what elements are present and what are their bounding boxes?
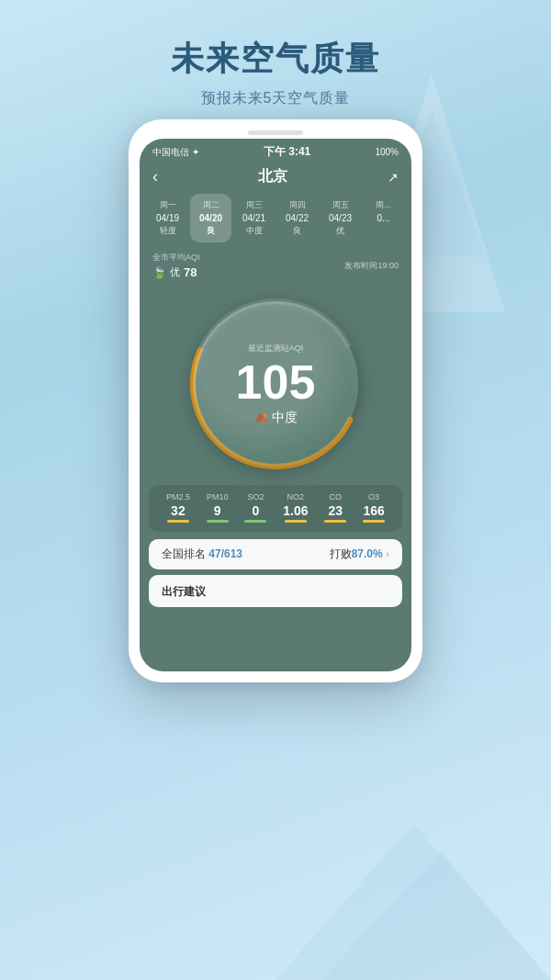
- pollutant-value: 166: [363, 503, 384, 518]
- suggest-row: 出行建议: [149, 575, 402, 607]
- rank-number: 47/613: [208, 547, 242, 560]
- gauge-quality: 🍂 中度: [254, 410, 298, 426]
- ranking-row[interactable]: 全国排名 47/613 打败87.0% ›: [149, 539, 402, 569]
- weekday-label: 周二: [192, 199, 230, 211]
- pollutant-value: 32: [171, 503, 186, 518]
- date-label: 04/20: [192, 213, 230, 223]
- defeat-percent: 87.0%: [352, 547, 383, 560]
- pollutant-value: 1.06: [283, 503, 308, 518]
- pollutants-row: PM2.5 32 PM10 9 SO2 0 NO2 1.06: [149, 485, 402, 532]
- quality-label: 中度: [235, 225, 273, 237]
- gauge-number: 105: [236, 358, 316, 406]
- gauge-quality-text: 中度: [272, 410, 298, 426]
- aqi-value: 🍃 优 78: [152, 265, 200, 279]
- battery-text: 100%: [375, 147, 399, 157]
- weekday-label: 周...: [365, 199, 402, 211]
- day-tab-more[interactable]: 周... 0...: [363, 194, 404, 242]
- quality-label: 轻度: [149, 225, 186, 237]
- page-header: 未来空气质量 预报未来5天空气质量: [0, 0, 551, 108]
- phone-wrapper: 中国电信 ✦ 下午 3:41 100% ‹ 北京 ↗ 周一 04/19 轻度 周…: [129, 119, 422, 682]
- notch-bar: [248, 130, 303, 135]
- pollutant-name: NO2: [287, 492, 305, 501]
- leaf-icon: 🍃: [152, 266, 166, 279]
- time-text: 下午 3:41: [264, 144, 310, 160]
- phone-notch: [140, 130, 411, 135]
- aqi-number: 78: [184, 265, 197, 279]
- weekday-label: 周四: [278, 199, 316, 211]
- day-tab-tue[interactable]: 周二 04/20 良: [190, 194, 231, 242]
- date-label: 04/23: [321, 213, 359, 223]
- pollutant-pm25: PM2.5 32: [166, 492, 190, 523]
- aqi-quality: 优: [170, 265, 180, 279]
- carrier-text: 中国电信 ✦: [152, 146, 199, 159]
- quality-label: 良: [192, 225, 230, 237]
- page-title: 未来空气质量: [0, 37, 551, 82]
- pollutant-name: O3: [368, 492, 379, 501]
- aqi-info-row: 全市平均AQI 🍃 优 78 发布时间19:00: [140, 248, 411, 283]
- day-tabs: 周一 04/19 轻度 周二 04/20 良 周三 04/21 中度 周四 04…: [140, 194, 411, 242]
- pollutant-bar: [167, 520, 189, 523]
- weekday-label: 周一: [149, 199, 186, 211]
- pollutant-no2: NO2 1.06: [283, 492, 308, 523]
- nav-bar: ‹ 北京 ↗: [140, 163, 411, 194]
- arrow-icon: ›: [386, 547, 389, 560]
- pollutant-bar: [207, 520, 229, 523]
- pollutant-value: 0: [253, 503, 260, 518]
- gauge-ball: 最近监测站AQI 105 🍂 中度: [193, 301, 358, 467]
- day-tab-thu[interactable]: 周四 04/22 良: [276, 194, 318, 242]
- aqi-label: 全市平均AQI: [152, 252, 200, 264]
- phone-frame: 中国电信 ✦ 下午 3:41 100% ‹ 北京 ↗ 周一 04/19 轻度 周…: [129, 119, 422, 682]
- nav-title: 北京: [258, 167, 287, 186]
- day-tab-fri[interactable]: 周五 04/23 优: [320, 194, 361, 242]
- quality-leaf-icon: 🍂: [254, 411, 268, 424]
- day-tab-mon[interactable]: 周一 04/19 轻度: [147, 194, 188, 242]
- defeat-text: 打败87.0% ›: [330, 546, 389, 562]
- date-label: 04/21: [235, 213, 273, 223]
- share-button[interactable]: ↗: [388, 170, 399, 185]
- pollutant-bar: [244, 520, 266, 523]
- pollutant-co: CO 23: [324, 492, 346, 523]
- page-subtitle: 预报未来5天空气质量: [0, 89, 551, 108]
- gauge-container: 最近监测站AQI 105 🍂 中度: [140, 283, 411, 485]
- pollutant-o3: O3 166: [363, 492, 385, 523]
- date-label: 04/22: [278, 213, 316, 223]
- gauge-outer: 最近监测站AQI 105 🍂 中度: [184, 292, 367, 476]
- pollutant-value: 9: [214, 503, 221, 518]
- quality-label: 优: [321, 225, 359, 237]
- pollutant-bar: [285, 520, 307, 523]
- pollutant-pm10: PM10 9: [207, 492, 229, 523]
- pollutant-value: 23: [328, 503, 343, 518]
- pollutant-bar: [363, 520, 385, 523]
- weekday-label: 周三: [235, 199, 273, 211]
- ranking-text: 全国排名 47/613: [162, 546, 242, 562]
- weekday-label: 周五: [321, 199, 359, 211]
- suggest-title: 出行建议: [162, 585, 206, 598]
- publish-time: 发布时间19:00: [344, 260, 399, 272]
- status-bar: 中国电信 ✦ 下午 3:41 100%: [140, 139, 411, 163]
- date-label: 04/19: [149, 213, 186, 223]
- pollutant-name: CO: [330, 492, 343, 501]
- pollutant-name: PM10: [207, 492, 229, 501]
- station-label: 最近监测站AQI: [248, 343, 304, 355]
- pollutant-so2: SO2 0: [244, 492, 266, 523]
- pollutant-name: PM2.5: [166, 492, 190, 501]
- pollutant-bar: [324, 520, 346, 523]
- pollutant-name: SO2: [247, 492, 264, 501]
- back-button[interactable]: ‹: [152, 167, 158, 186]
- day-tab-wed[interactable]: 周三 04/21 中度: [233, 194, 275, 242]
- quality-label: 良: [278, 225, 316, 237]
- date-label: 0...: [365, 213, 402, 223]
- phone-screen: 中国电信 ✦ 下午 3:41 100% ‹ 北京 ↗ 周一 04/19 轻度 周…: [140, 139, 411, 671]
- aqi-left: 全市平均AQI 🍃 优 78: [152, 252, 200, 279]
